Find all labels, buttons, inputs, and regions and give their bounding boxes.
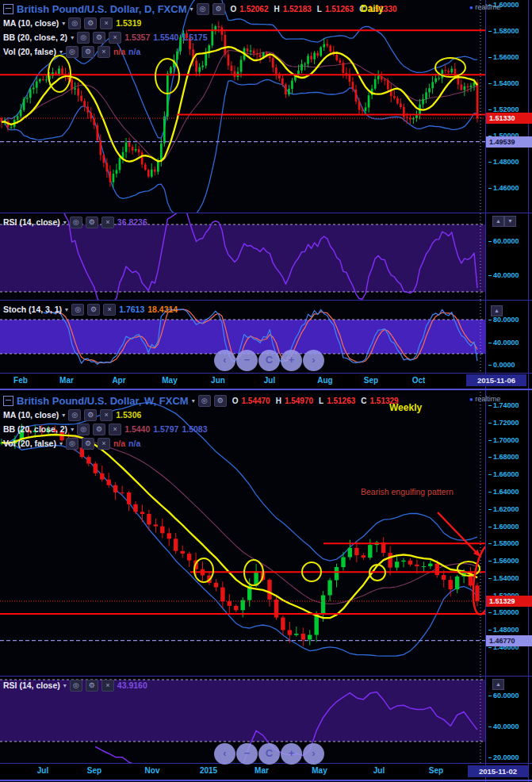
pane-collapse-icon[interactable]: ▲ xyxy=(492,216,504,227)
axis-label: 1.58000 xyxy=(488,27,519,35)
close-icon[interactable]: × xyxy=(109,424,121,435)
daily-stoch-header: Stoch (14, 3, 1) ▾ ◎ ⚙ × 1.7613 18.4314 xyxy=(3,302,178,316)
chevron-down-icon[interactable]: ▾ xyxy=(71,426,74,433)
chevron-down-icon[interactable]: ▾ xyxy=(190,6,193,13)
gear-icon[interactable]: ⚙ xyxy=(87,304,100,316)
eye-icon[interactable]: ◎ xyxy=(197,3,209,15)
axis-label: 80.0000 xyxy=(488,316,519,324)
pane-collapse-icon[interactable]: ▲ xyxy=(491,305,503,316)
rsi-value: 36.8236 xyxy=(117,217,147,227)
indicator-bb-label[interactable]: BB (20, close, 2) xyxy=(3,424,67,434)
nav-zoom-out-button[interactable]: − xyxy=(236,350,258,371)
close-icon[interactable]: × xyxy=(101,680,114,692)
axis-label: 1.68000 xyxy=(488,453,519,461)
nav-zoom-in-button[interactable]: + xyxy=(281,743,302,765)
nav-zoom-out-button[interactable]: − xyxy=(236,743,258,765)
indicator-ma-label[interactable]: MA (10, close) xyxy=(3,18,59,28)
eye-icon[interactable]: ◎ xyxy=(66,46,78,58)
chevron-down-icon[interactable]: ▾ xyxy=(62,412,65,419)
current-price-badge: 1.51329 xyxy=(486,596,532,607)
gear-icon[interactable]: ⚙ xyxy=(84,409,97,421)
close-icon[interactable]: × xyxy=(103,304,116,316)
time-axis-label: Sep xyxy=(87,766,101,775)
gear-icon[interactable]: ⚙ xyxy=(212,3,225,15)
indicator-rsi-label[interactable]: RSI (14, close) xyxy=(3,217,60,227)
high-value: 1.52183 xyxy=(283,5,312,13)
axis-label: 1.54000 xyxy=(488,79,519,87)
symbol-title[interactable]: British Pound/U.S. Dollar, D, FXCM xyxy=(17,3,187,15)
gear-icon[interactable]: ⚙ xyxy=(86,217,98,228)
collapse-window-icon[interactable] xyxy=(3,4,13,14)
close-icon[interactable]: × xyxy=(100,17,113,29)
chevron-down-icon[interactable]: ▾ xyxy=(71,34,74,41)
gear-icon[interactable]: ⚙ xyxy=(86,680,98,692)
bb-lower-value: 1.5083 xyxy=(182,424,207,434)
eye-icon[interactable]: ◎ xyxy=(68,17,81,29)
gear-icon[interactable]: ⚙ xyxy=(93,32,105,44)
chevron-down-icon[interactable]: ▾ xyxy=(65,306,68,313)
close-icon[interactable]: × xyxy=(98,46,110,58)
nav-left-button[interactable]: ‹ xyxy=(214,743,235,765)
gear-icon[interactable]: ⚙ xyxy=(82,46,94,58)
weekly-vol-row: Vol (20, false) ▾ ◎ ⚙ × n/a n/a xyxy=(3,436,399,450)
close-icon[interactable]: × xyxy=(101,217,114,228)
collapse-window-icon[interactable] xyxy=(3,396,13,406)
indicator-bb-label[interactable]: BB (20, close, 2) xyxy=(3,33,67,42)
weekly-ma-row: MA (10, close) ▾ ◎ ⚙ × 1.5306 xyxy=(3,408,399,422)
weekly-price-axis[interactable]: 1.740001.720001.700001.680001.660001.640… xyxy=(486,392,532,676)
eye-icon[interactable]: ◎ xyxy=(68,409,81,421)
stoch-d-value: 18.4314 xyxy=(147,305,178,314)
open-value: 1.52062 xyxy=(239,5,268,13)
time-axis-label: Jul xyxy=(264,376,275,385)
timeframe-label-weekly: Weekly xyxy=(389,402,422,413)
pane-collapse-icon[interactable]: ▼ xyxy=(504,216,516,227)
eye-icon[interactable]: ◎ xyxy=(77,424,90,435)
stoch-k-value: 1.7613 xyxy=(119,305,144,314)
eye-icon[interactable]: ◎ xyxy=(70,217,82,228)
daily-price-axis[interactable]: 1.600001.580001.560001.540001.520001.500… xyxy=(486,0,532,213)
indicator-rsi-label[interactable]: RSI (14, close) xyxy=(3,680,60,690)
pane-collapse-icon[interactable]: ▲ xyxy=(492,679,504,690)
nav-right-button[interactable]: › xyxy=(303,350,324,371)
chevron-down-icon[interactable]: ▾ xyxy=(62,20,65,27)
indicator-stoch-label[interactable]: Stoch (14, 3, 1) xyxy=(3,305,62,314)
nav-reset-button[interactable]: C xyxy=(258,743,280,765)
gear-icon[interactable]: ⚙ xyxy=(214,395,227,407)
close-icon[interactable]: × xyxy=(100,409,113,421)
eye-icon[interactable]: ◎ xyxy=(70,680,82,692)
indicator-ma-label[interactable]: MA (10, close) xyxy=(3,410,59,420)
gear-icon[interactable]: ⚙ xyxy=(93,424,105,435)
weekly-nav-controls: ‹−C+› xyxy=(214,743,324,765)
indicator-vol-label[interactable]: Vol (20, false) xyxy=(3,47,56,56)
chevron-down-icon[interactable]: ▾ xyxy=(59,440,63,447)
vol-ma-value: n/a xyxy=(128,47,140,56)
realtime-dot-icon: ● xyxy=(469,396,473,403)
time-axis-label: May xyxy=(312,766,327,775)
nav-right-button[interactable]: › xyxy=(303,743,324,765)
axis-label: 0.0000 xyxy=(488,361,515,369)
gear-icon[interactable]: ⚙ xyxy=(82,438,94,450)
close-icon[interactable]: × xyxy=(109,32,121,44)
indicator-vol-label[interactable]: Vol (20, false) xyxy=(3,439,56,448)
nav-left-button[interactable]: ‹ xyxy=(214,350,235,371)
vol-value: n/a xyxy=(113,439,125,448)
chevron-down-icon[interactable]: ▾ xyxy=(63,219,67,226)
annotation-bearish-engulfing[interactable]: Bearish engulfing pattern xyxy=(361,487,454,496)
eye-icon[interactable]: ◎ xyxy=(198,395,211,407)
weekly-time-axis[interactable]: JulSepNov2015MarMayJulSep xyxy=(0,764,485,780)
eye-icon[interactable]: ◎ xyxy=(77,32,90,44)
eye-icon[interactable]: ◎ xyxy=(66,438,78,450)
gear-icon[interactable]: ⚙ xyxy=(84,17,97,29)
nav-zoom-in-button[interactable]: + xyxy=(281,350,302,371)
chevron-down-icon[interactable]: ▾ xyxy=(63,682,67,689)
eye-icon[interactable]: ◎ xyxy=(71,304,84,316)
chevron-down-icon[interactable]: ▾ xyxy=(59,48,63,56)
realtime-label: realtime xyxy=(475,395,500,403)
close-icon[interactable]: × xyxy=(98,438,110,450)
daily-nav-controls: ‹−C+› xyxy=(214,350,324,371)
bb-basis-value: 1.5440 xyxy=(124,424,150,434)
chevron-down-icon[interactable]: ▾ xyxy=(192,397,195,404)
daily-time-axis[interactable]: FebMarAprMayJunJulAugSepOct xyxy=(0,374,485,389)
symbol-title[interactable]: British Pound/U.S. Dollar, W, FXCM xyxy=(17,395,189,407)
nav-reset-button[interactable]: C xyxy=(258,350,280,371)
